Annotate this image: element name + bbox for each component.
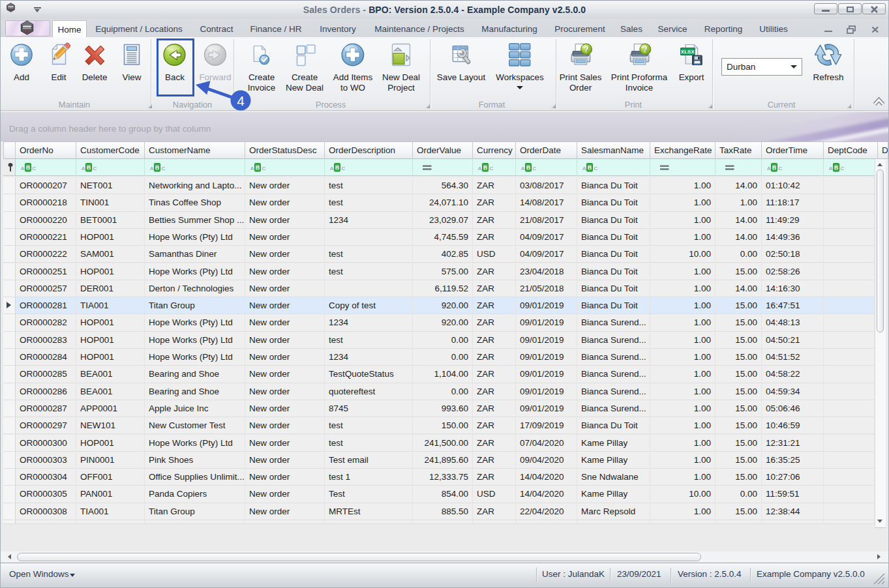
svg-text:B: B bbox=[834, 164, 838, 171]
svg-text:B: B bbox=[588, 164, 592, 171]
svg-text:C: C bbox=[779, 166, 783, 171]
svg-text:C: C bbox=[533, 166, 537, 171]
svg-text:A: A bbox=[21, 166, 25, 171]
svg-text:C: C bbox=[262, 166, 266, 171]
svg-text:B: B bbox=[526, 164, 530, 171]
svg-text:B: B bbox=[256, 164, 260, 171]
svg-text:A: A bbox=[330, 166, 334, 171]
svg-text:C: C bbox=[594, 166, 598, 171]
svg-text:A: A bbox=[829, 166, 833, 171]
svg-text:B: B bbox=[87, 164, 91, 171]
svg-text:?: ? bbox=[584, 44, 589, 54]
svg-text:B: B bbox=[155, 164, 159, 171]
svg-text:B: B bbox=[26, 164, 30, 171]
svg-text:A: A bbox=[250, 166, 254, 171]
svg-text:B: B bbox=[483, 164, 487, 171]
svg-text:C: C bbox=[490, 166, 494, 171]
svg-text:4: 4 bbox=[237, 93, 245, 108]
svg-text:A: A bbox=[521, 166, 525, 171]
svg-text:A: A bbox=[767, 166, 771, 171]
svg-text:C: C bbox=[33, 166, 37, 171]
svg-text:B: B bbox=[772, 164, 776, 171]
svg-text:A: A bbox=[582, 166, 586, 171]
svg-text:C: C bbox=[342, 166, 346, 171]
svg-text:A: A bbox=[478, 166, 482, 171]
svg-text:B: B bbox=[335, 164, 339, 171]
svg-text:C: C bbox=[841, 166, 845, 171]
svg-text:A: A bbox=[82, 166, 85, 171]
svg-text:A: A bbox=[150, 166, 154, 171]
svg-text:C: C bbox=[162, 166, 166, 171]
svg-text:?: ? bbox=[642, 44, 648, 54]
svg-text:XLSX: XLSX bbox=[681, 49, 695, 55]
svg-text:C: C bbox=[93, 166, 97, 171]
